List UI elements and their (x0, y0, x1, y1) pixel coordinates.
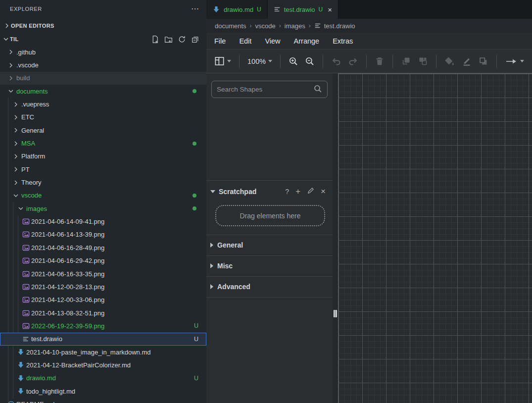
tree-item-2021-04-06-14-09-41.png[interactable]: 2021-04-06-14-09-41.png (0, 215, 206, 228)
chevron-right-icon (7, 61, 15, 69)
tree-item-drawio.md[interactable]: drawio.mdU (0, 372, 206, 385)
tree-item-images[interactable]: images (0, 202, 206, 215)
collapse-all-icon[interactable] (191, 35, 199, 44)
tree-item-2021-04-06-16-28-49.png[interactable]: 2021-04-06-16-28-49.png (0, 241, 206, 254)
breadcrumb-item-images[interactable]: images (285, 22, 305, 30)
scratchpad-add-icon[interactable]: + (295, 187, 300, 197)
menu-extras[interactable]: Extras (333, 37, 353, 45)
tree-item-.vuepress[interactable]: .vuepress (0, 98, 206, 110)
more-actions-icon[interactable]: ⋯ (191, 6, 199, 11)
breadcrumb-item-documents[interactable]: documents (215, 22, 246, 30)
tree-item-2021-04-12-00-28-13.png[interactable]: 2021-04-12-00-28-13.png (0, 280, 206, 293)
delete-button[interactable] (375, 56, 385, 66)
to-back-button[interactable] (418, 56, 428, 66)
menu-arrange[interactable]: Arrange (294, 37, 320, 45)
tree-item-label: .vscode (16, 61, 39, 69)
diagram-canvas-area[interactable] (333, 73, 532, 403)
panel-resize-handle[interactable] (334, 310, 337, 317)
shape-section-general[interactable]: General (206, 235, 333, 255)
tree-item-ETC[interactable]: ETC (0, 111, 206, 124)
tree-item-Platform[interactable]: Platform (0, 150, 206, 163)
search-shapes-input[interactable] (217, 86, 313, 93)
zoom-in-button[interactable] (289, 56, 298, 66)
tree-item-MSA[interactable]: MSA (0, 137, 206, 150)
shape-section-misc[interactable]: Misc (206, 255, 333, 276)
menu-file[interactable]: File (214, 37, 226, 45)
new-file-icon[interactable] (151, 35, 159, 44)
format-panel-button[interactable] (214, 56, 231, 66)
shape-section-advanced[interactable]: Advanced (206, 276, 333, 297)
shapes-panel: Scratchpad ? + × Drag elements here Gene… (206, 73, 333, 403)
tab-drawio.md[interactable]: drawio.mdU (206, 0, 268, 19)
git-status-badge: U (194, 375, 198, 382)
workspace-label: TIL (10, 36, 19, 42)
tree-item-label: 2021-04-06-14-09-41.png (31, 218, 104, 225)
tree-item-.github[interactable]: .github (0, 46, 206, 58)
scratchpad-edit-icon[interactable] (307, 187, 314, 196)
close-tab-icon[interactable]: × (328, 5, 332, 14)
breadcrumb-separator: › (250, 22, 252, 29)
search-shapes-box (211, 81, 328, 98)
tree-item-2021-04-06-16-33-35.png[interactable]: 2021-04-06-16-33-35.png (0, 267, 206, 280)
scratchpad-close-icon[interactable]: × (321, 187, 326, 197)
chevron-right-icon (210, 263, 213, 268)
scratchpad-drop-zone[interactable]: Drag elements here (215, 205, 325, 226)
tree-item-build[interactable]: build (0, 72, 206, 85)
tree-item-label: images (26, 205, 47, 212)
tree-item-documents[interactable]: documents (0, 85, 206, 98)
tree-item-label: 2021-04-06-16-33-35.png (31, 270, 104, 278)
refresh-icon[interactable] (178, 35, 186, 44)
open-editors-section[interactable]: OPEN EDITORS (0, 19, 206, 33)
redo-button[interactable] (348, 56, 358, 66)
breadcrumb-item-vscode[interactable]: vscode (255, 22, 276, 30)
tree-item-test.drawio[interactable]: test.drawioU (0, 333, 206, 346)
connection-arrow-button[interactable] (505, 57, 524, 66)
panel-divider (206, 180, 333, 181)
tree-item-label: ETC (21, 113, 34, 121)
file-tree: .github.vscodebuilddocuments.vuepressETC… (0, 46, 206, 403)
tree-item-vscode[interactable]: vscode (0, 189, 206, 202)
tree-item-2022-06-19-22-39-59.png[interactable]: 2022-06-19-22-39-59.pngU (0, 319, 206, 332)
markdown-file-icon (17, 361, 25, 369)
tree-item-2021-04-13-08-32-51.png[interactable]: 2021-04-13-08-32-51.png (0, 306, 206, 319)
scratchpad-help-icon[interactable]: ? (285, 188, 289, 196)
tree-item-.vscode[interactable]: .vscode (0, 58, 206, 71)
workspace-section[interactable]: TIL (0, 32, 206, 46)
diagram-grid-page[interactable] (338, 73, 532, 403)
tree-item-2021-04-06-14-13-39.png[interactable]: 2021-04-06-14-13-39.png (0, 228, 206, 241)
scratchpad-header[interactable]: Scratchpad ? + × (206, 185, 333, 199)
menu-view[interactable]: View (265, 37, 280, 45)
zoom-level-dropdown[interactable]: 100% (247, 57, 272, 65)
tree-item-label: documents (16, 88, 48, 95)
tree-item-todo_hightligt.md[interactable]: todo_hightligt.md (0, 385, 206, 398)
tab-test.drawio[interactable]: test.drawioU× (268, 0, 339, 19)
tab-git-badge: U (257, 6, 261, 13)
tree-item-2021-04-06-16-29-42.png[interactable]: 2021-04-06-16-29-42.png (0, 254, 206, 267)
undo-button[interactable] (331, 56, 341, 66)
image-file-icon (22, 270, 30, 278)
chevron-right-icon (12, 165, 20, 173)
chevron-right-icon (3, 22, 11, 30)
modified-dot (193, 206, 196, 210)
fill-color-button[interactable] (444, 56, 455, 66)
zoom-out-button[interactable] (305, 56, 315, 66)
scratchpad-title: Scratchpad (219, 188, 256, 196)
tree-item-label: 2021-04-10-paste_image_in_markdown.md (26, 349, 150, 356)
chevron-right-icon (12, 140, 20, 148)
tree-item-README.md[interactable]: README.md (0, 398, 206, 403)
tree-item-2021-04-12-BracketPairColorizer.md[interactable]: 2021-04-12-BracketPairColorizer.md (0, 358, 206, 371)
breadcrumb-item-file[interactable]: test.drawio (324, 22, 355, 30)
chevron-down-icon (2, 35, 10, 43)
to-front-button[interactable] (401, 56, 411, 66)
tree-item-2021-04-10-paste_image_in_markdown.md[interactable]: 2021-04-10-paste_image_in_markdown.md (0, 346, 206, 358)
tree-item-Theory[interactable]: Theory (0, 176, 206, 189)
menu-edit[interactable]: Edit (239, 37, 251, 45)
tree-item-PT[interactable]: PT (0, 163, 206, 176)
chevron-down-icon (268, 60, 272, 62)
search-icon[interactable] (313, 84, 322, 95)
new-folder-icon[interactable] (164, 35, 173, 44)
tree-item-2021-04-12-00-33-06.png[interactable]: 2021-04-12-00-33-06.png (0, 294, 206, 306)
tree-item-General[interactable]: General (0, 124, 206, 137)
shadow-button[interactable] (478, 56, 488, 66)
line-color-button[interactable] (461, 56, 472, 66)
